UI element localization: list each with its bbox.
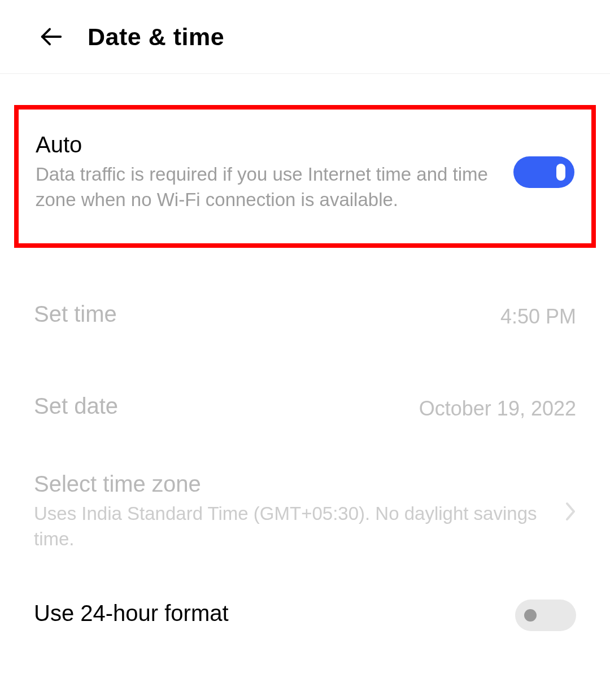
format-24h-row[interactable]: Use 24-hour format [0, 600, 610, 631]
set-date-value: October 19, 2022 [419, 397, 576, 421]
auto-setting-description: Data traffic is required if you use Inte… [36, 162, 496, 212]
set-time-row[interactable]: Set time 4:50 PM [0, 301, 610, 331]
set-date-row[interactable]: Set date October 19, 2022 [0, 393, 610, 423]
timezone-row[interactable]: Select time zone Uses India Standard Tim… [0, 471, 610, 552]
format-24h-title: Use 24-hour format [34, 601, 229, 626]
toggle-knob [524, 609, 537, 622]
set-date-title: Set date [34, 393, 118, 419]
header: Date & time [0, 0, 610, 74]
auto-setting-text: Auto Data traffic is required if you use… [36, 132, 513, 212]
toggle-knob [556, 164, 565, 181]
arrow-left-icon [38, 24, 64, 50]
content: Auto Data traffic is required if you use… [0, 105, 610, 631]
timezone-text: Select time zone Uses India Standard Tim… [34, 471, 554, 552]
auto-setting-highlighted: Auto Data traffic is required if you use… [14, 105, 596, 248]
timezone-title: Select time zone [34, 471, 554, 497]
auto-setting-title: Auto [36, 132, 496, 158]
chevron-right-icon [565, 501, 576, 522]
timezone-description: Uses India Standard Time (GMT+05:30). No… [34, 501, 554, 552]
auto-setting-row[interactable]: Auto Data traffic is required if you use… [36, 132, 574, 212]
set-time-value: 4:50 PM [500, 305, 576, 329]
format-24h-toggle[interactable] [515, 600, 576, 631]
page-title: Date & time [88, 23, 224, 51]
back-button[interactable] [37, 23, 65, 51]
set-time-title: Set time [34, 301, 117, 327]
auto-toggle[interactable] [513, 156, 574, 188]
